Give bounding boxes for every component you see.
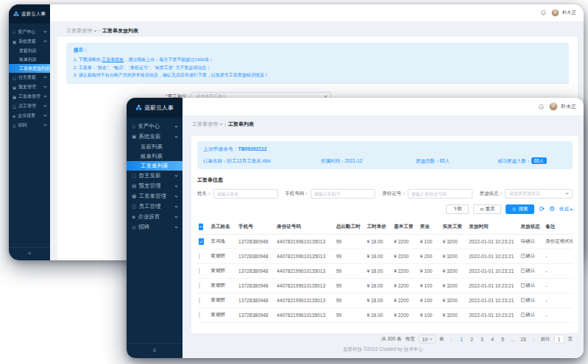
sidebar-item-company-settings[interactable]: ◈企业设置 xyxy=(127,212,183,222)
breadcrumb-current: 工资单发放列表 xyxy=(102,27,138,35)
search-button[interactable]: 搜索 xyxy=(506,204,534,214)
sidebar-item-recruit[interactable]: ◎招聘 xyxy=(127,222,183,232)
sidebar-item-advance-mgmt[interactable]: ▤预支管理 xyxy=(9,82,50,92)
refresh-icon[interactable]: ⟳ xyxy=(539,206,545,213)
page-number[interactable]: 5 xyxy=(500,337,506,342)
sidebar-menu: ◇资产中心 ▣系统发薪 发薪列表 账单列表 工资单列表 ▢自主发薪 ▤预支管理 … xyxy=(127,118,183,232)
row-checkbox[interactable]: ✓ xyxy=(199,238,204,245)
page-ellipsis[interactable]: ... xyxy=(510,337,517,342)
bell-icon[interactable] xyxy=(540,10,547,16)
prev-page-button[interactable]: ‹ xyxy=(448,337,455,342)
row-checkbox[interactable] xyxy=(199,297,200,304)
row-checkbox[interactable] xyxy=(199,268,200,274)
status-badge: 待确认 xyxy=(520,235,545,249)
sidebar-item-system-payroll[interactable]: ▣系统发薪 xyxy=(9,37,50,46)
app-logo: 蓝薪云人事 xyxy=(127,98,183,118)
bell-icon[interactable] xyxy=(538,104,545,110)
sidebar-subitem-bill-list[interactable]: 账单列表 xyxy=(127,151,183,161)
chevron-down-icon xyxy=(429,337,432,340)
table-header-row: − 员工姓名 手机号 身份证号码 总出勤工时 工时单价 基本工资 奖金 实发工资… xyxy=(197,220,573,235)
asset-icon: ◇ xyxy=(13,30,15,35)
chevron-down-icon xyxy=(565,191,568,194)
chevron-down-icon xyxy=(219,122,222,125)
sidebar-item-self-payroll[interactable]: ▢自主发薪 xyxy=(127,171,183,181)
page-number[interactable]: 1 xyxy=(458,337,465,342)
row-checkbox[interactable] xyxy=(199,282,200,289)
sidebar-subitem-bill-list[interactable]: 账单列表 xyxy=(9,55,50,64)
row-checkbox[interactable] xyxy=(199,253,200,260)
user-menu[interactable]: 朴木正 xyxy=(549,102,576,111)
sidebar-item-self-payroll[interactable]: ▢自主发薪 xyxy=(9,73,50,82)
phone-input[interactable] xyxy=(311,189,375,199)
main-area: 朴木正 工资单管理 / 工资单列表 上次申请单号：TB09202112 订单名称… xyxy=(183,98,584,358)
app-title: 蓝薪云人事 xyxy=(144,104,174,112)
sidebar-item-company-settings[interactable]: ◈企业设置 xyxy=(9,111,50,121)
sidebar-subitem-payroll-list[interactable]: 发薪列表 xyxy=(127,142,183,151)
sidebar-subitem-payroll-list[interactable]: 发薪列表 xyxy=(9,46,50,55)
idcard-filter: 身份证号： xyxy=(382,189,472,199)
page-number[interactable]: 2 xyxy=(469,337,475,342)
sidebar-item-employee-mgmt[interactable]: ◫员工管理 xyxy=(9,101,50,111)
tips-line-3: 3. 请认真核对平台自检产生的异常错误信息，确认无误后再进行下发，以免发生工资发… xyxy=(74,71,562,79)
table-row[interactable]: 黄耀辉1372838094844078219961013501399¥ 18.0… xyxy=(197,249,573,264)
page-size-select[interactable]: 10 xyxy=(419,335,436,343)
actions-row: 下载 ⟲重置 搜索 ⟳ ⚙ 收起 xyxy=(197,204,573,214)
status-badge: 已确认 xyxy=(520,293,545,308)
topbar: 朴木正 xyxy=(50,4,584,22)
breadcrumb-section[interactable]: 工资单管理 xyxy=(192,121,218,128)
goto-page-input[interactable] xyxy=(554,335,564,343)
chevron-down-icon xyxy=(174,124,177,127)
sidebar-item-recruit[interactable]: ◎招聘 xyxy=(9,121,50,130)
select-all-checkbox[interactable]: − xyxy=(199,224,203,230)
page-number[interactable]: 3 xyxy=(479,337,486,342)
payslip-template-link[interactable]: 工资单模板 xyxy=(102,57,124,62)
sidebar-collapse-icon[interactable]: ≡ xyxy=(127,343,183,354)
table-row[interactable]: ✓ 李鸿逸1372838094844078219961013501399¥ 18… xyxy=(197,235,573,249)
page-number[interactable]: 23 xyxy=(520,337,527,342)
chevron-down-icon xyxy=(174,204,177,207)
chevron-down-icon xyxy=(43,113,46,116)
chevron-down-icon xyxy=(43,39,46,42)
sidebar-collapse-icon[interactable]: ≡ xyxy=(9,247,50,256)
gear-icon[interactable]: ⚙ xyxy=(549,206,555,213)
sidebar-item-advance-mgmt[interactable]: ▤预支管理 xyxy=(127,181,183,191)
row-checkbox[interactable] xyxy=(199,312,200,318)
total-count-field: 发放总数：65人 xyxy=(416,158,497,165)
next-page-button[interactable]: › xyxy=(531,337,537,342)
breadcrumb-current: 工资单列表 xyxy=(228,121,254,128)
collapse-filters-link[interactable]: 收起 xyxy=(559,206,573,213)
sidebar-item-payslip-mgmt[interactable]: ▦工资单管理 xyxy=(9,92,50,101)
table-row[interactable]: 黄耀辉1372838094844078219961013501399¥ 18.0… xyxy=(197,308,573,323)
table-row[interactable]: 黄耀辉1372838094844078219961013501399¥ 18.0… xyxy=(197,279,573,293)
table-row[interactable]: 黄耀辉1372838094844078219961013501399¥ 18.0… xyxy=(197,293,573,308)
table-row[interactable]: 黄耀辉1372838094844078219961013501399¥ 18.0… xyxy=(197,264,573,279)
topbar: 朴木正 xyxy=(183,98,584,116)
window-payslip-list: 蓝薪云人事 ◇资产中心 ▣系统发薪 发薪列表 账单列表 工资单列表 ▢自主发薪 … xyxy=(127,98,584,358)
user-menu[interactable]: 朴木正 xyxy=(551,9,577,17)
reset-button[interactable]: ⟲重置 xyxy=(473,204,501,214)
request-no-line: 上次申请单号：TB09202112 xyxy=(203,146,567,153)
tips-line-1: 1. 下载清晰的 工资单模板，通过模板上传；每次下发不能超过1000条； xyxy=(74,56,562,64)
sidebar-subitem-payslip-issue-list-active[interactable]: 工资单发放列表 xyxy=(9,64,50,73)
app-logo: 蓝薪云人事 xyxy=(9,4,50,24)
sidebar-item-system-payroll[interactable]: ▣系统发薪 xyxy=(127,132,183,142)
settings-icon: ◈ xyxy=(13,114,15,118)
status-select[interactable]: 请选择发放状态 xyxy=(505,189,573,199)
sidebar-subitem-payslip-list-active[interactable]: 工资单列表 xyxy=(127,161,183,171)
sidebar-item-payslip-mgmt[interactable]: ▦工资单管理 xyxy=(127,191,183,201)
status-badge: 已确认 xyxy=(520,279,545,293)
download-button[interactable]: 下载 xyxy=(446,204,469,214)
sidebar-item-asset-center[interactable]: ◇资产中心 xyxy=(127,121,183,132)
sidebar-item-employee-mgmt[interactable]: ◫员工管理 xyxy=(127,201,183,212)
sidebar-item-asset-center[interactable]: ◇资产中心 xyxy=(9,27,50,37)
success-count-badge: 65人 xyxy=(531,157,548,164)
tips-line-2: 2. 工资单：“姓名”、“电话”、“身份证号”、“实发工资” 为下发必填信息； xyxy=(74,64,562,72)
idcard-input[interactable] xyxy=(408,189,472,199)
success-count-field: 成功发放人数：65人 xyxy=(497,158,547,165)
breadcrumb: 工资单管理 / 工资单发放列表 xyxy=(50,22,584,35)
breadcrumb-section[interactable]: 工资单管理 xyxy=(66,27,92,35)
chevron-down-icon xyxy=(174,225,177,228)
page-number[interactable]: 4 xyxy=(489,337,496,342)
name-input[interactable] xyxy=(213,189,278,199)
search-icon xyxy=(512,207,517,212)
